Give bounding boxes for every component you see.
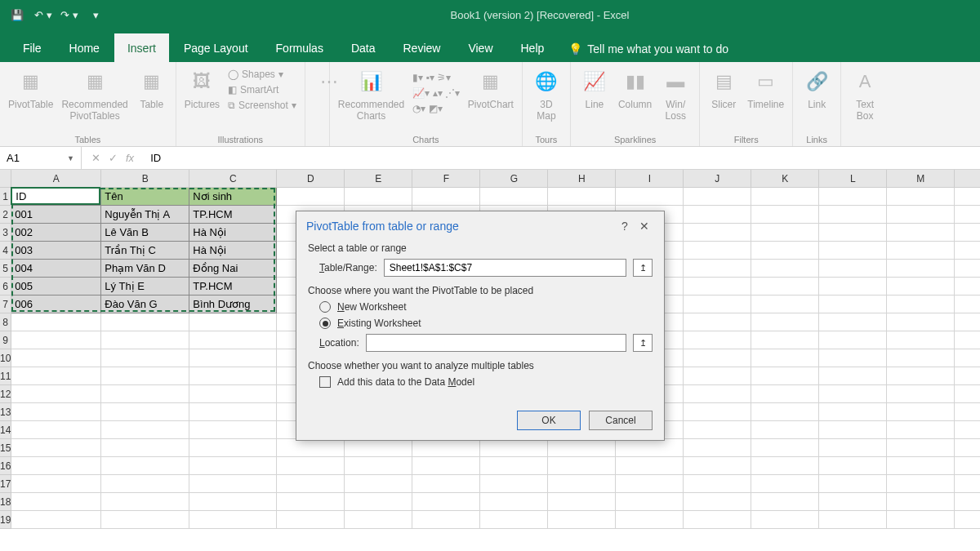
- row-header-2[interactable]: 2: [0, 206, 11, 224]
- dialog-titlebar[interactable]: PivotTable from table or range ? ✕: [296, 211, 664, 241]
- cell[interactable]: [11, 511, 101, 529]
- cell[interactable]: [955, 331, 980, 349]
- cell[interactable]: [955, 295, 980, 313]
- col-header-I[interactable]: I: [616, 170, 684, 188]
- table-button[interactable]: ▦Table: [136, 67, 167, 111]
- col-header-B[interactable]: B: [101, 170, 189, 188]
- save-icon[interactable]: 💾: [7, 5, 28, 24]
- cell[interactable]: [819, 224, 887, 242]
- 3d-map-button[interactable]: 🌐3D Map: [531, 67, 562, 122]
- cell[interactable]: [887, 511, 955, 529]
- cell[interactable]: [887, 367, 955, 385]
- row-header-17[interactable]: 17: [0, 475, 11, 493]
- cell[interactable]: [412, 457, 480, 475]
- cell[interactable]: [819, 367, 887, 385]
- cell[interactable]: TP.HCM: [189, 278, 277, 295]
- cell[interactable]: [684, 224, 751, 242]
- cell[interactable]: [412, 493, 480, 511]
- name-box[interactable]: A1 ▼: [0, 147, 82, 169]
- table-range-input[interactable]: [384, 259, 626, 277]
- tab-review[interactable]: Review: [390, 33, 454, 62]
- redo-icon[interactable]: ↷ ▾: [59, 5, 80, 24]
- cell[interactable]: [751, 260, 819, 278]
- cell[interactable]: [11, 349, 101, 367]
- cell[interactable]: [751, 493, 819, 511]
- cell[interactable]: TP.HCM: [189, 206, 277, 224]
- cell[interactable]: [751, 313, 819, 331]
- link-button[interactable]: 🔗Link: [801, 67, 832, 111]
- cell[interactable]: [101, 331, 189, 349]
- radio-existing-worksheet[interactable]: [319, 318, 331, 329]
- cell[interactable]: [819, 439, 887, 457]
- ok-button[interactable]: OK: [517, 411, 581, 430]
- cell[interactable]: [412, 511, 480, 529]
- cell[interactable]: [819, 457, 887, 475]
- cell[interactable]: [345, 511, 412, 529]
- col-header-K[interactable]: K: [751, 170, 819, 188]
- collapse-dialog-icon-2[interactable]: ↥: [633, 334, 653, 352]
- cell[interactable]: [189, 349, 277, 367]
- cell[interactable]: [480, 188, 548, 206]
- tab-help[interactable]: Help: [508, 33, 558, 62]
- cell[interactable]: [345, 457, 412, 475]
- cell[interactable]: [684, 349, 751, 367]
- row-header-19[interactable]: 19: [0, 511, 11, 529]
- recommended-pivottables-button[interactable]: ▦Recommended PivotTables: [61, 67, 127, 122]
- cell[interactable]: [955, 403, 980, 421]
- cell[interactable]: [480, 511, 548, 529]
- cell[interactable]: [751, 331, 819, 349]
- cell[interactable]: [548, 439, 616, 457]
- cell[interactable]: [345, 439, 412, 457]
- cell[interactable]: [684, 295, 751, 313]
- row-header-9[interactable]: 9: [0, 331, 11, 349]
- cell[interactable]: [684, 260, 751, 278]
- cell[interactable]: [751, 188, 819, 206]
- cell[interactable]: [955, 493, 980, 511]
- cell[interactable]: [11, 367, 101, 385]
- fx-icon[interactable]: fx: [126, 152, 134, 164]
- close-icon[interactable]: ✕: [635, 220, 654, 233]
- cell[interactable]: [955, 242, 980, 260]
- tab-data[interactable]: Data: [338, 33, 389, 62]
- cell[interactable]: [887, 188, 955, 206]
- cell[interactable]: [189, 403, 277, 421]
- cancel-icon[interactable]: ✕: [91, 152, 100, 164]
- cell[interactable]: [819, 313, 887, 331]
- cell[interactable]: [548, 493, 616, 511]
- cell[interactable]: [684, 206, 751, 224]
- tab-home[interactable]: Home: [56, 33, 113, 62]
- col-header-N[interactable]: N: [955, 170, 980, 188]
- cell[interactable]: [11, 385, 101, 403]
- tab-insert[interactable]: Insert: [114, 33, 169, 62]
- cell[interactable]: [345, 188, 412, 206]
- cell[interactable]: [101, 511, 189, 529]
- col-header-G[interactable]: G: [480, 170, 548, 188]
- row-header-3[interactable]: 3: [0, 224, 11, 242]
- cell[interactable]: [11, 457, 101, 475]
- cell[interactable]: [189, 331, 277, 349]
- cell[interactable]: [887, 242, 955, 260]
- pivottable-button[interactable]: ▦PivotTable: [8, 67, 53, 111]
- cell[interactable]: [819, 475, 887, 493]
- cell[interactable]: [819, 331, 887, 349]
- row-header-10[interactable]: 10: [0, 349, 11, 367]
- cell[interactable]: [887, 421, 955, 439]
- sparkline-line-button[interactable]: 📈Line: [579, 67, 610, 111]
- cell[interactable]: [751, 295, 819, 313]
- chart-line-icon[interactable]: 📈▾ ▴▾ ⋰▾: [412, 86, 460, 100]
- cell[interactable]: [887, 313, 955, 331]
- cell[interactable]: [548, 475, 616, 493]
- sparkline-winloss-button[interactable]: ▬Win/ Loss: [660, 67, 691, 122]
- cell[interactable]: [616, 188, 684, 206]
- chart-column-icon[interactable]: ▮▾ ▪▾ ⚞▾: [412, 70, 460, 85]
- cell[interactable]: [189, 511, 277, 529]
- cell[interactable]: [480, 475, 548, 493]
- cell[interactable]: [887, 493, 955, 511]
- cell[interactable]: [684, 313, 751, 331]
- cell[interactable]: [277, 188, 345, 206]
- cell[interactable]: [616, 457, 684, 475]
- cell[interactable]: [887, 475, 955, 493]
- cell[interactable]: [277, 475, 345, 493]
- cell[interactable]: Đào Văn G: [101, 295, 189, 313]
- help-icon[interactable]: ?: [615, 220, 635, 233]
